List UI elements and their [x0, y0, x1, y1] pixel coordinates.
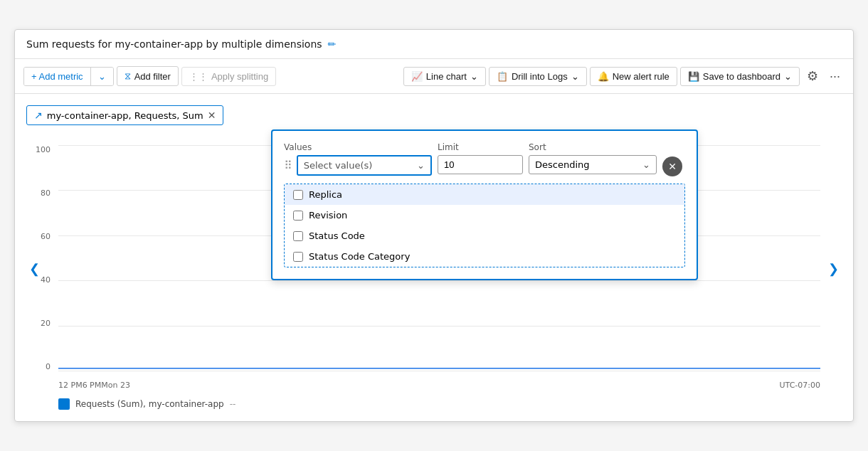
x-label-mon23: Mon 23 — [101, 381, 130, 390]
settings-icon: ⚙ — [807, 68, 818, 84]
save-dashboard-chevron: ⌄ — [784, 71, 792, 82]
new-alert-rule-button[interactable]: 🔔 New alert rule — [590, 67, 677, 86]
checkbox-status-code[interactable] — [293, 231, 303, 241]
limit-field: Limit — [438, 142, 523, 174]
values-select[interactable]: Select value(s) ⌄ — [297, 155, 432, 176]
alert-icon: 🔔 — [598, 71, 609, 82]
chart-legend: Requests (Sum), my-container-app -- — [26, 398, 842, 410]
new-alert-rule-label: New alert rule — [613, 71, 669, 82]
dropdown-item-status-code-category[interactable]: Status Code Category — [285, 246, 684, 267]
metric-chip-icon: ↗ — [34, 110, 43, 121]
add-filter-label: Add filter — [134, 71, 171, 82]
apply-splitting-label: Apply splitting — [211, 71, 268, 82]
add-metric-button[interactable]: + Add metric — [24, 68, 91, 85]
add-metric-label: + Add metric — [31, 71, 83, 82]
dropdown-item-label-status-code-category: Status Code Category — [309, 251, 410, 262]
limit-label: Limit — [438, 142, 523, 152]
drag-handle-icon: ⠿ — [284, 159, 292, 172]
line-chart-chevron: ⌄ — [470, 71, 478, 82]
more-options-button[interactable]: ··· — [825, 65, 845, 87]
line-chart-label: Line chart — [426, 71, 467, 82]
add-metric-chevron-button[interactable]: ⌄ — [91, 68, 113, 85]
drill-into-logs-label: Drill into Logs — [512, 71, 568, 82]
save-to-dashboard-label: Save to dashboard — [703, 71, 780, 82]
dropdown-item-revision[interactable]: Revision — [285, 205, 684, 226]
checkbox-replica[interactable] — [293, 190, 303, 200]
legend-value: -- — [230, 399, 236, 409]
dropdown-item-label-revision: Revision — [309, 210, 347, 221]
chart-yaxis: 100 80 60 40 20 0 — [26, 145, 55, 371]
toolbar-right: 📈 Line chart ⌄ 📋 Drill into Logs ⌄ 🔔 New… — [403, 65, 845, 87]
edit-title-icon[interactable]: ✏ — [328, 38, 337, 50]
sort-value: Descending — [535, 159, 590, 170]
metric-chip-close[interactable]: ✕ — [208, 110, 216, 121]
y-label-0: 0 — [46, 362, 51, 371]
y-label-20: 20 — [41, 319, 51, 328]
checkbox-revision[interactable] — [293, 211, 303, 221]
sort-select[interactable]: Descending ⌄ — [529, 155, 657, 174]
checkbox-status-code-category[interactable] — [293, 252, 303, 262]
chart-xaxis: 12 PM 6 PM Mon 23 UTC-07:00 — [58, 378, 820, 393]
main-window: Sum requests for my-container-app by mul… — [14, 29, 854, 422]
y-label-60: 60 — [41, 232, 51, 241]
splitting-panel-close[interactable]: ✕ — [662, 156, 682, 176]
toolbar: + Add metric ⌄ ⧖ Add filter ⋮⋮ Apply spl… — [15, 59, 853, 94]
values-chevron: ⌄ — [417, 160, 425, 171]
title-bar: Sum requests for my-container-app by mul… — [15, 30, 853, 59]
settings-button[interactable]: ⚙ — [803, 65, 822, 87]
drill-into-logs-button[interactable]: 📋 Drill into Logs ⌄ — [489, 67, 587, 86]
dropdown-item-label-status-code: Status Code — [309, 230, 365, 241]
metric-chip-label: my-container-app, Requests, Sum — [47, 110, 203, 121]
chart-right-arrow[interactable]: ❯ — [825, 258, 842, 280]
sort-label: Sort — [529, 142, 657, 152]
sort-chevron: ⌄ — [642, 159, 650, 170]
y-label-40: 40 — [41, 275, 51, 285]
save-icon: 💾 — [688, 71, 699, 82]
dropdown-item-status-code[interactable]: Status Code — [285, 226, 684, 246]
drill-logs-chevron: ⌄ — [571, 71, 579, 82]
splitting-panel-header: Values ⠿ Select value(s) ⌄ Limit — [284, 142, 685, 176]
chevron-down-icon: ⌄ — [98, 71, 106, 82]
x-label-12pm: 12 PM — [58, 381, 83, 390]
legend-label: Requests (Sum), my-container-app — [75, 399, 224, 409]
values-dropdown: Replica Revision Status Code Status Code… — [284, 184, 685, 267]
metric-chip: ↗ my-container-app, Requests, Sum ✕ — [26, 105, 223, 125]
y-label-100: 100 — [36, 145, 51, 154]
legend-color — [58, 398, 70, 410]
x-label-6pm: 6 PM — [83, 381, 102, 390]
y-label-80: 80 — [41, 189, 51, 198]
filter-icon: ⧖ — [125, 70, 131, 82]
more-options-icon: ··· — [830, 69, 840, 84]
sort-field: Sort Descending ⌄ — [529, 142, 657, 174]
apply-splitting-button[interactable]: ⋮⋮ Apply splitting — [181, 67, 276, 86]
add-metric-group: + Add metric ⌄ — [23, 67, 114, 86]
gridline-0 — [58, 371, 820, 371]
page-title: Sum requests for my-container-app by mul… — [26, 38, 322, 50]
dropdown-item-replica[interactable]: Replica — [285, 184, 684, 205]
line-chart-button[interactable]: 📈 Line chart ⌄ — [403, 67, 486, 86]
save-to-dashboard-button[interactable]: 💾 Save to dashboard ⌄ — [680, 67, 800, 86]
splitting-icon: ⋮⋮ — [189, 71, 208, 82]
values-field: Values ⠿ Select value(s) ⌄ — [284, 142, 432, 176]
dropdown-item-label-replica: Replica — [309, 189, 342, 200]
add-filter-button[interactable]: ⧖ Add filter — [117, 66, 179, 86]
main-content: ↗ my-container-app, Requests, Sum ✕ Valu… — [15, 94, 853, 421]
close-icon: ✕ — [668, 161, 677, 172]
drill-logs-icon: 📋 — [497, 71, 508, 82]
values-label: Values — [284, 142, 432, 152]
limit-input[interactable] — [438, 155, 523, 174]
x-label-utc: UTC-07:00 — [780, 381, 820, 390]
line-chart-icon: 📈 — [411, 71, 423, 82]
splitting-panel: Values ⠿ Select value(s) ⌄ Limit — [271, 129, 698, 280]
values-placeholder: Select value(s) — [304, 160, 373, 171]
